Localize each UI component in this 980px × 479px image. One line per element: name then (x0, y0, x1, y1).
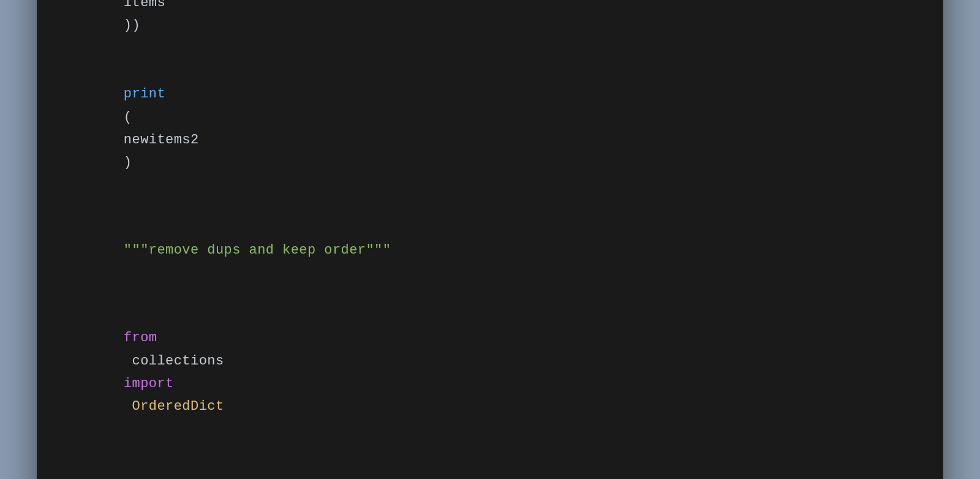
code-window: """remove duplicate items from list. not… (37, 0, 943, 479)
code-editor: """remove duplicate items from list. not… (37, 0, 943, 479)
code-line-items2: items = [ "foo" , "bar" , "bar" , "foo" … (74, 460, 907, 479)
blank-line-4 (74, 285, 907, 304)
blank-line-5 (74, 441, 907, 460)
code-line-print1: print ( newitems2 ) (74, 60, 907, 197)
code-line-import: from collections import OrderedDict (74, 304, 907, 441)
blank-line-3 (74, 197, 907, 216)
code-line-newitems: newitems2 = list ( set ( items )) (74, 0, 907, 60)
code-line-docstring2: """remove dups and keep order""" (74, 216, 907, 285)
